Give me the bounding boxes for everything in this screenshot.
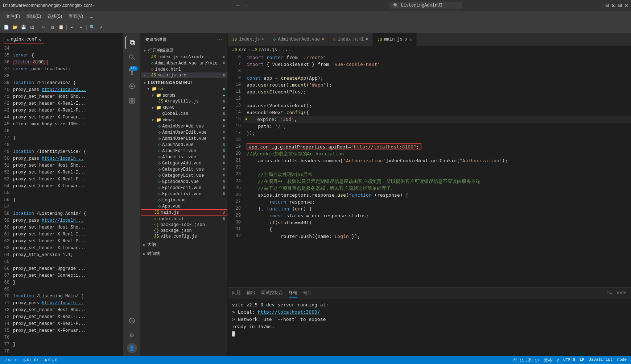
activity-explorer[interactable]: ⧉	[125, 36, 139, 49]
menu-file[interactable]: 文件(F)	[3, 12, 23, 21]
activity-settings[interactable]: ⚙	[125, 329, 139, 342]
globalcss-label: global.css	[162, 111, 222, 116]
toolbar-paste[interactable]: 📋	[57, 24, 65, 32]
code-line-6: import router from './route'	[244, 54, 631, 61]
toolbar-undo[interactable]: ↩	[68, 24, 76, 32]
menu-select[interactable]: 选择(S)	[45, 12, 65, 21]
nav-back[interactable]: ←	[235, 2, 242, 9]
toolbar-replace[interactable]: ⇄	[97, 24, 105, 32]
nginx-line-43: 43 proxy_set_header X-Real-P...	[0, 108, 123, 115]
view-file-app-vue[interactable]: ◇ App.vue	[141, 203, 227, 209]
root-file-vite-config-js[interactable]: JS vite.config.js	[141, 234, 227, 239]
views-folder[interactable]: ▼ 📁 views ●	[141, 117, 227, 123]
status-node[interactable]: node	[616, 357, 628, 362]
panel-tab-problems[interactable]: 问题	[232, 288, 241, 297]
timeline-header[interactable]: ▶ 时间线	[141, 250, 227, 258]
breadcrumb-src[interactable]: src	[239, 47, 247, 53]
open-file-mainjs[interactable]: ✕ JS main.js src U	[141, 72, 227, 78]
styles-icon: 📁	[156, 105, 161, 110]
toolbar-open[interactable]: 📂	[11, 24, 19, 32]
toolbar-cut[interactable]: ✂	[40, 24, 48, 32]
mainjs-close-icon[interactable]: ✕	[144, 73, 146, 78]
tab-index-js[interactable]: JS index.js U	[228, 33, 269, 46]
view-file-albumlist-vue[interactable]: ◇ AlbumList.vue U	[141, 154, 227, 160]
status-spaces[interactable]: 空格: 2	[543, 357, 561, 363]
panel-layout-icon[interactable]: ⊟▽	[607, 290, 613, 296]
src-folder[interactable]: ▼ 📁 src ●	[141, 85, 227, 92]
view-file-categoryedit-vue[interactable]: ◇ CategoryEdit.vue U	[141, 166, 227, 172]
view-file-episodeadd-vue[interactable]: ◇ EpisodeAdd.vue U	[141, 179, 227, 185]
view-file-albumadd-vue[interactable]: ◇ AlbumAdd.vue U	[141, 142, 227, 148]
toolbar-copy[interactable]: ⧉	[48, 24, 56, 32]
status-errors[interactable]: ⊗ 0 ⚠ 0	[43, 356, 59, 364]
window-restore[interactable]: ⊞	[618, 2, 622, 9]
view-file-episodelist-vue[interactable]: ◇ EpisodeList.vue U	[141, 191, 227, 197]
open-file-index-js[interactable]: JS index.js src\route U	[141, 54, 227, 60]
panel-tab-ports[interactable]: 端口	[303, 288, 312, 297]
tab-close-icon[interactable]: ✕	[409, 37, 412, 43]
nginx-tab-title[interactable]: ⚙ nginx.conf ✕	[4, 36, 44, 43]
activity-remote[interactable]	[125, 314, 139, 327]
menu-edit[interactable]: 编辑(E)	[24, 12, 44, 21]
toolbar-save[interactable]: 💾	[20, 24, 28, 32]
status-encoding[interactable]: UTF-8	[562, 357, 577, 362]
status-branch[interactable]: ⑂ main	[3, 356, 19, 364]
terminal-cursor	[232, 331, 235, 336]
toolbar-saveall[interactable]: 🗂	[28, 24, 36, 32]
menu-more[interactable]: ...	[87, 13, 96, 20]
activity-avatar[interactable]: 👤	[127, 343, 137, 353]
styles-folder[interactable]: ▼ 📁 styles ●	[141, 104, 227, 111]
view-file-adminuseradd-vue[interactable]: ◇ AdminUserAdd.vue U	[141, 123, 227, 129]
open-editors-label: 打开的编辑器	[148, 47, 174, 54]
nav-forward[interactable]: →	[243, 2, 249, 9]
scripts-folder[interactable]: ▼ 📁 scripts ●	[141, 92, 227, 99]
status-lineending[interactable]: LF	[578, 357, 586, 362]
window-min[interactable]: ⊟	[605, 2, 609, 9]
view-file-adminuserlist-vue[interactable]: ◇ AdminUserList.vue U	[141, 135, 227, 142]
activity-extensions[interactable]	[125, 94, 139, 107]
panel-tab-terminal[interactable]: 终端	[289, 288, 297, 298]
nginx-close[interactable]: ✕	[38, 37, 41, 42]
tab-adminuseradd-vue[interactable]: ◇ AdminUserAdd.vue U	[269, 33, 329, 46]
toolbar-redo[interactable]: ↪	[77, 24, 85, 32]
view-file-categorylist-vue[interactable]: ◇ CategoryList.vue U	[141, 172, 227, 179]
view-file-adminuseredit-vue[interactable]: ◇ AdminUserEdit.vue U	[141, 129, 227, 135]
activity-search[interactable]	[125, 51, 139, 64]
breadcrumb-more[interactable]: ...	[282, 47, 290, 53]
activity-debug[interactable]	[125, 80, 139, 93]
activity-scm[interactable]: 419	[125, 65, 139, 78]
window-close[interactable]: ✕	[624, 2, 628, 9]
error-icon: ⊗	[45, 358, 47, 363]
tab-main-js[interactable]: JS main.js U ✕	[373, 33, 417, 46]
status-position[interactable]: 行 15，列 17	[512, 357, 541, 363]
project-header[interactable]: ▼ LISTENINGADMINUI	[141, 80, 227, 85]
view-file-episodeedit-vue[interactable]: ◇ EpisodeEdit.vue U	[141, 185, 227, 191]
open-editors-header[interactable]: ▼ 打开的编辑器	[141, 47, 227, 54]
open-file-adminuseradd[interactable]: ◇ AdminUserAdd.vue src\views U	[141, 60, 227, 66]
view-file-categoryadd-vue[interactable]: ◇ CategoryAdd.vue U	[141, 160, 227, 166]
window-max[interactable]: ⊡	[612, 2, 615, 9]
arrayutils-item[interactable]: JS ArrayUtils.js U	[141, 99, 227, 104]
root-file-package-json[interactable]: {} package.json	[141, 228, 227, 234]
view-file-login-vue[interactable]: ◇ Login.vue	[141, 197, 227, 203]
panel-tab-output[interactable]: 输出	[247, 288, 255, 297]
view-file-albumedit-vue[interactable]: ◇ AlbumEdit.vue U	[141, 148, 227, 154]
root-file-package-lock-json[interactable]: {} package-lock.json	[141, 222, 227, 228]
sidebar-more[interactable]: ···	[217, 37, 223, 43]
root-file-main-js[interactable]: JS main.js U	[141, 209, 227, 216]
outline-header[interactable]: ▶ 大纲	[141, 241, 227, 248]
status-sync[interactable]: ↻ 0↓ 0↑	[22, 356, 40, 364]
toolbar-find[interactable]: 🔍	[88, 24, 96, 32]
panel-tab-debug[interactable]: 调试控制台	[261, 288, 283, 297]
root-file-index-html[interactable]: ◇ index.html U	[141, 216, 227, 222]
status-language[interactable]: JavaScript	[587, 357, 614, 362]
globalcss-item[interactable]: # global.css U	[141, 111, 227, 117]
tab-index-html[interactable]: ◇ index.html U	[329, 33, 373, 46]
breadcrumb-js-icon: JS	[232, 47, 237, 53]
open-file-indexhtml[interactable]: ◇ index.html	[141, 66, 227, 72]
search-bar[interactable]: 🔍 ListeningAdminUI	[389, 2, 462, 9]
toolbar-new[interactable]: 📄	[2, 24, 10, 32]
breadcrumb-mainjs[interactable]: main.js	[259, 47, 277, 53]
menu-view[interactable]: 查看(V)	[66, 12, 86, 21]
arrayutils-label: ArrayUtils.js	[165, 99, 222, 104]
